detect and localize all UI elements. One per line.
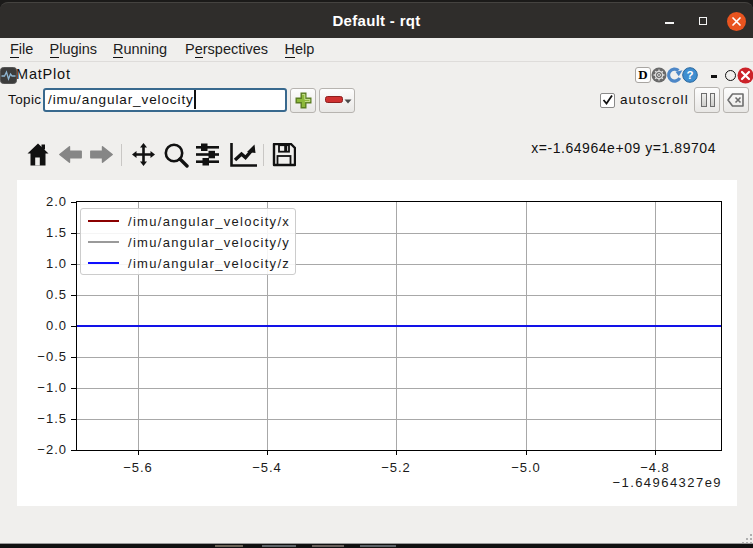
svg-text:?: ? bbox=[686, 69, 693, 81]
